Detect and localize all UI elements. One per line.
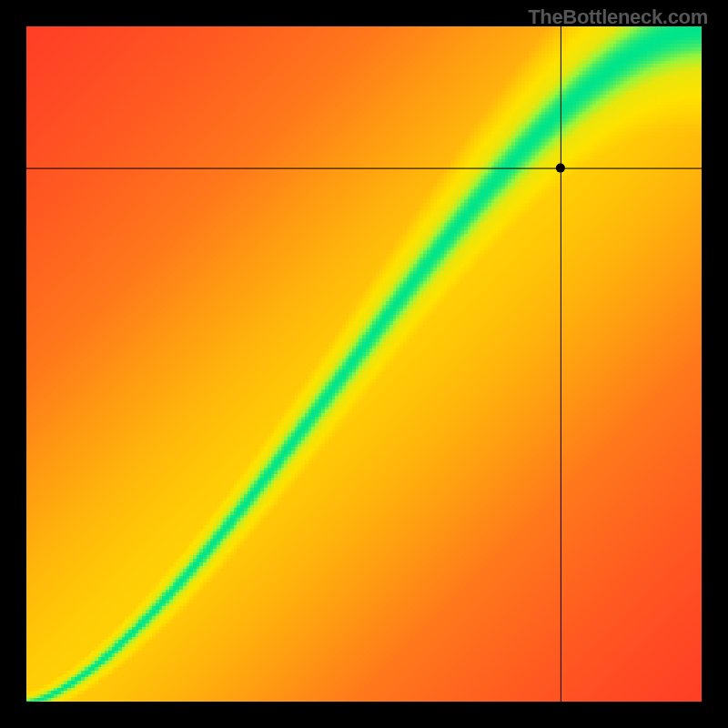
watermark-label: TheBottleneck.com: [528, 5, 708, 29]
chart-container: TheBottleneck.com: [0, 0, 728, 728]
bottleneck-heatmap: [26, 26, 702, 702]
